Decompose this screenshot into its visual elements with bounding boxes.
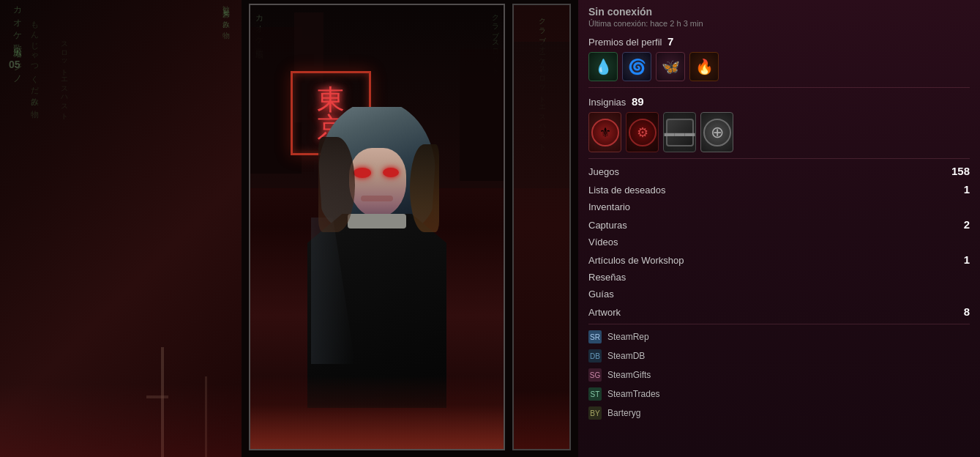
stat-reviews[interactable]: Reseñas: [588, 269, 970, 286]
badge-fire[interactable]: 🔥: [689, 52, 719, 81]
insignia-red-seal[interactable]: ⚜: [588, 112, 621, 152]
stat-videos[interactable]: Vídeos: [588, 234, 970, 250]
stat-workshop-label: Artículos de Workshop: [588, 255, 960, 266]
insignias-header: Insignias 89: [588, 95, 970, 108]
stat-inventory-label: Inventario: [588, 201, 965, 212]
link-barteryg[interactable]: BY Barteryg: [588, 404, 970, 423]
badge-wings[interactable]: 🦋: [656, 52, 685, 81]
link-steamdb[interactable]: DB SteamDB: [588, 346, 970, 365]
stat-artwork-count: 8: [964, 305, 970, 318]
link-steamgifts[interactable]: SG SteamGifts: [588, 365, 970, 384]
left-eye: [354, 168, 371, 178]
stat-artwork-label: Artwork: [588, 307, 960, 318]
ground-glow: [0, 384, 242, 457]
right-sidebar: Sin conexión Última conexión: hace 2 h 3…: [578, 0, 980, 457]
character: [304, 100, 450, 408]
insignia-red-icon: ⚜: [591, 119, 619, 146]
stat-artwork[interactable]: Artwork 8: [588, 302, 970, 321]
link-steamtrades[interactable]: ST SteamTrades: [588, 384, 970, 404]
mouth: [361, 196, 393, 201]
insignia-gray-icon: ▬▬▬: [666, 119, 694, 146]
insignia-plus-icon: ⊕: [703, 119, 731, 146]
offline-status: Sin conexión: [588, 6, 970, 18]
stat-workshop-count: 1: [964, 253, 970, 266]
barteryg-icon: BY: [588, 406, 602, 420]
stat-screenshots-label: Capturas: [588, 220, 960, 231]
artwork-background: カオケ歌広場 クラブスロット 東京: [250, 5, 504, 449]
stat-reviews-label: Reseñas: [588, 272, 965, 283]
stat-wishlist[interactable]: Lista de deseados 1: [588, 180, 970, 198]
profile-rewards-count: 7: [667, 35, 673, 48]
steamtrades-icon: ST: [588, 387, 602, 401]
profile-rewards-header: Premios del perfil 7: [588, 35, 970, 48]
last-seen-text: Última conexión: hace 2 h 3 min: [588, 19, 970, 28]
collar: [348, 214, 406, 228]
steamrep-icon: SR: [588, 330, 602, 343]
steamtrades-label: SteamTrades: [607, 389, 660, 399]
link-steamrep[interactable]: SR SteamRep: [588, 327, 970, 346]
bg-kanji-4: スロットエスハスト: [59, 37, 69, 116]
right-eye: [383, 168, 399, 177]
steamdb-icon: DB: [588, 349, 602, 363]
steamgifts-label: SteamGifts: [607, 370, 651, 380]
steamgifts-icon: SG: [588, 368, 602, 382]
insignias-label: Insignias: [588, 97, 626, 108]
stats-section: Juegos 158 Lista de deseados 1 Inventari…: [588, 162, 970, 321]
insignias-count: 89: [632, 95, 644, 108]
stat-games-count: 158: [951, 165, 970, 177]
stat-wishlist-label: Lista de deseados: [588, 185, 960, 196]
external-links-section: SR SteamRep DB SteamDB SG SteamGifts ST …: [588, 327, 970, 423]
artwork-frame: カオケ歌広場 クラブスロット 東京: [249, 4, 505, 450]
stat-screenshots-count: 2: [964, 218, 970, 231]
bg-kanji-2: もんじゃつくだ飲み物: [29, 15, 40, 105]
hair-left: [318, 137, 355, 232]
mist: [250, 405, 504, 449]
insignia-gray-bar[interactable]: ▬▬▬: [663, 112, 696, 152]
face: [349, 148, 406, 218]
divider-3: [588, 324, 970, 324]
stat-wishlist-count: 1: [964, 183, 970, 196]
stat-workshop[interactable]: Artículos de Workshop 1: [588, 250, 970, 269]
profile-rewards-label: Premios del perfil: [588, 37, 662, 48]
barteryg-label: Barteryg: [607, 408, 640, 418]
right-frame-buildings: [514, 42, 569, 188]
status-section: Sin conexión Última conexión: hace 2 h 3…: [588, 6, 970, 28]
hair-right: [410, 144, 439, 232]
stat-videos-label: Vídeos: [588, 237, 965, 248]
building-right: [460, 49, 504, 181]
stat-screenshots[interactable]: Capturas 2: [588, 215, 970, 234]
badge-swirl[interactable]: 🌀: [622, 52, 651, 81]
steamrep-label: SteamRep: [607, 332, 649, 342]
insignias-row: ⚜ ⚙ ▬▬▬ ⊕: [588, 112, 970, 152]
bg-kanji-3: 歓迎光来お飲み物: [220, 0, 231, 28]
steamdb-label: SteamDB: [607, 351, 645, 361]
badges-row: 💧 🌀 🦋 🔥: [588, 52, 970, 81]
insignia-dark-icon: ⚙: [629, 119, 657, 146]
stat-guides-label: Guías: [588, 289, 965, 300]
bg-number-1: 05: [9, 59, 20, 70]
right-narrow-frame: クラブオーケスロットエスハスト: [512, 4, 571, 450]
stat-inventory[interactable]: Inventario: [588, 198, 970, 215]
insignia-plus[interactable]: ⊕: [700, 112, 733, 152]
right-frame-background: クラブオーケスロットエスハスト: [514, 5, 569, 449]
center-panel: カオケ歌広場 クラブスロット 東京: [242, 0, 578, 457]
right-frame-glow: [514, 390, 569, 449]
stat-games[interactable]: Juegos 158: [588, 162, 970, 180]
stat-games-label: Juegos: [588, 166, 947, 177]
insignia-dark-emblem[interactable]: ⚙: [626, 112, 659, 152]
divider-2: [588, 158, 970, 159]
left-background: カオケ歌広場カジノ もんじゃつくだ飲み物 歓迎光来お飲み物 スロットエスハスト …: [0, 0, 242, 457]
stat-guides[interactable]: Guías: [588, 286, 970, 302]
badge-drop[interactable]: 💧: [588, 52, 618, 81]
divider-1: [588, 87, 970, 88]
